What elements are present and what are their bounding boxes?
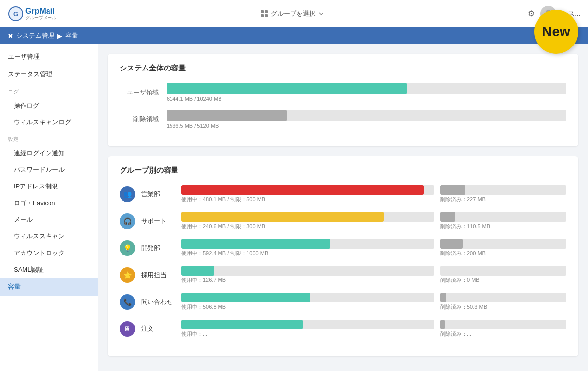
sidebar: ユーザ管理 ステータス管理 ログ 操作ログ ウィルスキャンログ 設定 連続ログイ… bbox=[0, 44, 98, 371]
group-bar-main: 使用中：480.1 MB / 制限：500 MB bbox=[181, 185, 434, 203]
group-used-label: 使用中：240.6 MB / 制限：300 MB bbox=[181, 223, 434, 230]
group-used-label: 使用中：592.4 MB / 制限：1000 MB bbox=[181, 250, 434, 257]
group-icon: 👥 bbox=[120, 186, 135, 202]
group-deleted-label: 削除済み：50.3 MB bbox=[440, 303, 566, 311]
sidebar-item-operation-log[interactable]: 操作ログ bbox=[0, 97, 98, 114]
group-icon: 💡 bbox=[120, 240, 135, 256]
group-icon: ⭐ bbox=[120, 267, 135, 283]
group-icon: 🎧 bbox=[120, 213, 135, 229]
sidebar-item-login-notify[interactable]: 連続ログイン通知 bbox=[0, 145, 98, 162]
group-bar-main: 使用中：126.7 MB bbox=[181, 266, 434, 284]
logo-title: GrpMail bbox=[25, 7, 56, 16]
group-icon: 📞 bbox=[120, 294, 135, 310]
group-name: 開発部 bbox=[141, 244, 175, 253]
breadcrumb-parent: システム管理 bbox=[16, 31, 54, 40]
group-bar-main: 使用中：506.8 MB bbox=[181, 293, 434, 311]
group-row: 👥 営業部 使用中：480.1 MB / 制限：500 MB 削除済み：227 … bbox=[120, 185, 566, 203]
grid-icon bbox=[260, 10, 268, 18]
deleted-area-text: 1536.5 MB / 5120 MB bbox=[167, 123, 566, 129]
group-bar-deleted: 削除済み：0 MB bbox=[440, 266, 566, 284]
group-row: ⭐ 採用担当 使用中：126.7 MB 削除済み：0 MB bbox=[120, 266, 566, 284]
sidebar-section-log: ログ bbox=[0, 83, 98, 97]
group-deleted-label: 削除済み：227 MB bbox=[440, 196, 566, 203]
sidebar-item-account-lock[interactable]: アカウントロック bbox=[0, 245, 98, 261]
sidebar-item-logo-favicon[interactable]: ロゴ・Favicon bbox=[0, 195, 98, 211]
group-bar-deleted: 削除済み：... bbox=[440, 320, 566, 338]
sidebar-section-settings: 設定 bbox=[0, 131, 98, 145]
svg-rect-5 bbox=[265, 14, 268, 17]
user-area-text: 6144.1 MB / 10240 MB bbox=[167, 96, 566, 102]
sidebar-item-ip-restriction[interactable]: IPアドレス制限 bbox=[0, 178, 98, 195]
group-name: 問い合わせ bbox=[141, 298, 175, 306]
svg-rect-3 bbox=[265, 10, 268, 13]
group-used-label: 使用中：506.8 MB bbox=[181, 303, 434, 311]
group-row: 🖥 注文 使用中：... 削除済み：... bbox=[120, 320, 566, 338]
breadcrumb: ✖ システム管理 ▶ 容量 bbox=[0, 27, 588, 44]
group-bars: 使用中：480.1 MB / 制限：500 MB 削除済み：227 MB bbox=[181, 185, 566, 203]
sidebar-item-virus-scan-log[interactable]: ウィルスキャンログ bbox=[0, 114, 98, 131]
main-content: システム全体の容量 ユーザ領域 6144.1 MB / 10240 MB 削除領… bbox=[98, 44, 588, 371]
group-deleted-label: 削除済み：200 MB bbox=[440, 250, 566, 257]
group-icon: 🖥 bbox=[120, 321, 135, 337]
group-name: 注文 bbox=[141, 325, 175, 333]
logo[interactable]: G GrpMail グループメール bbox=[8, 6, 56, 22]
sidebar-item-virus-scan[interactable]: ウィルススキャン bbox=[0, 228, 98, 245]
sidebar-item-password-rule[interactable]: パスワードルール bbox=[0, 162, 98, 178]
sidebar-item-capacity[interactable]: 容量 bbox=[0, 278, 98, 296]
svg-text:G: G bbox=[13, 10, 18, 18]
group-row: 📞 問い合わせ 使用中：506.8 MB 削除済み：50.3 MB bbox=[120, 293, 566, 311]
group-bar-main: 使用中：... bbox=[181, 320, 434, 338]
breadcrumb-current: 容量 bbox=[65, 31, 78, 40]
system-capacity-title: システム全体の容量 bbox=[120, 64, 566, 73]
user-area-label: ユーザ領域 bbox=[120, 88, 159, 97]
logo-icon: G bbox=[8, 6, 24, 22]
chevron-down-icon bbox=[318, 11, 324, 17]
user-area-row: ユーザ領域 6144.1 MB / 10240 MB bbox=[120, 83, 566, 102]
sidebar-item-status-mgmt[interactable]: ステータス管理 bbox=[0, 66, 98, 83]
sidebar-item-mail[interactable]: メール bbox=[0, 211, 98, 228]
group-name: サポート bbox=[141, 217, 175, 226]
group-deleted-label: 削除済み：110.5 MB bbox=[440, 223, 566, 230]
group-bars: 使用中：126.7 MB 削除済み：0 MB bbox=[181, 266, 566, 284]
group-bars: 使用中：240.6 MB / 制限：300 MB 削除済み：110.5 MB bbox=[181, 212, 566, 230]
group-row: 💡 開発部 使用中：592.4 MB / 制限：1000 MB 削除済み：200… bbox=[120, 239, 566, 257]
deleted-area-label: 削除領域 bbox=[120, 115, 159, 124]
svg-rect-2 bbox=[261, 10, 264, 13]
group-capacity-card: グループ別の容量 👥 営業部 使用中：480.1 MB / 制限：500 MB … bbox=[108, 156, 578, 356]
group-used-label: 使用中：126.7 MB bbox=[181, 277, 434, 284]
group-name: 採用担当 bbox=[141, 271, 175, 279]
user-area-bar: 6144.1 MB / 10240 MB bbox=[167, 83, 566, 102]
breadcrumb-icon: ✖ bbox=[8, 32, 13, 40]
group-bar-deleted: 削除済み：110.5 MB bbox=[440, 212, 566, 230]
deleted-area-row: 削除領域 1536.5 MB / 5120 MB bbox=[120, 110, 566, 129]
system-capacity-card: システム全体の容量 ユーザ領域 6144.1 MB / 10240 MB 削除領… bbox=[108, 54, 578, 146]
breadcrumb-separator: ▶ bbox=[57, 32, 62, 40]
group-used-label: 使用中：... bbox=[181, 330, 434, 338]
group-bar-deleted: 削除済み：50.3 MB bbox=[440, 293, 566, 311]
logo-subtitle: グループメール bbox=[25, 16, 56, 20]
layout: ユーザ管理 ステータス管理 ログ 操作ログ ウィルスキャンログ 設定 連続ログイ… bbox=[0, 44, 588, 371]
group-capacity-title: グループ別の容量 bbox=[120, 166, 566, 175]
group-deleted-label: 削除済み：0 MB bbox=[440, 277, 566, 284]
bluetooth-icon: ⚙ bbox=[528, 9, 535, 18]
group-row: 🎧 サポート 使用中：240.6 MB / 制限：300 MB 削除済み：110… bbox=[120, 212, 566, 230]
sidebar-item-saml[interactable]: SAML認証 bbox=[0, 261, 98, 278]
new-badge: New bbox=[534, 10, 578, 54]
group-bars: 使用中：506.8 MB 削除済み：50.3 MB bbox=[181, 293, 566, 311]
group-bars: 使用中：... 削除済み：... bbox=[181, 320, 566, 338]
header-center: グループを選択 bbox=[56, 9, 528, 18]
group-bar-deleted: 削除済み：227 MB bbox=[440, 185, 566, 203]
deleted-area-bar: 1536.5 MB / 5120 MB bbox=[167, 110, 566, 129]
sidebar-item-user-mgmt[interactable]: ユーザ管理 bbox=[0, 48, 98, 66]
header: G GrpMail グループメール グループを選択 ⚙ bbox=[0, 0, 588, 27]
group-rows-container: 👥 営業部 使用中：480.1 MB / 制限：500 MB 削除済み：227 … bbox=[120, 185, 566, 338]
group-bar-main: 使用中：592.4 MB / 制限：1000 MB bbox=[181, 239, 434, 257]
group-bar-main: 使用中：240.6 MB / 制限：300 MB bbox=[181, 212, 434, 230]
group-deleted-label: 削除済み：... bbox=[440, 330, 566, 338]
group-selector[interactable]: グループを選択 bbox=[260, 9, 324, 18]
group-used-label: 使用中：480.1 MB / 制限：500 MB bbox=[181, 196, 434, 203]
group-bar-deleted: 削除済み：200 MB bbox=[440, 239, 566, 257]
svg-rect-4 bbox=[261, 14, 264, 17]
group-name: 営業部 bbox=[141, 190, 175, 199]
group-bars: 使用中：592.4 MB / 制限：1000 MB 削除済み：200 MB bbox=[181, 239, 566, 257]
